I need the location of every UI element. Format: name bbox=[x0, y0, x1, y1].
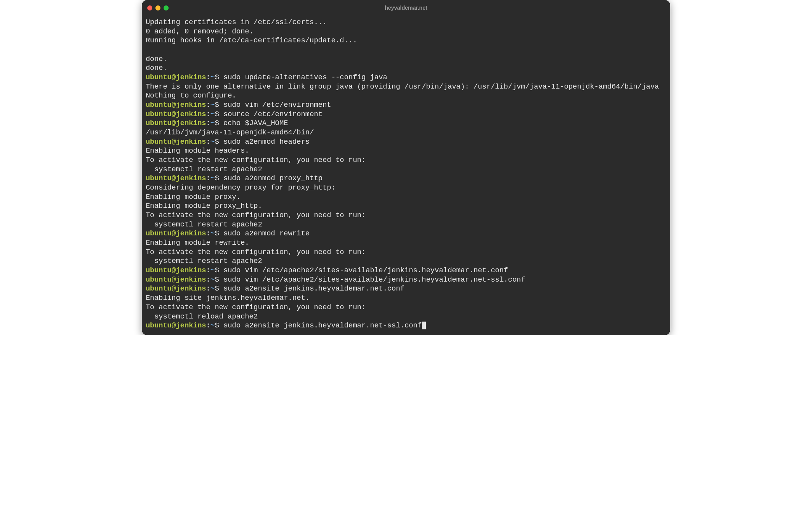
prompt-path: ~ bbox=[211, 276, 215, 284]
prompt-colon: : bbox=[206, 322, 210, 330]
prompt-colon: : bbox=[206, 230, 210, 238]
output-text: To activate the new configuration, you n… bbox=[146, 156, 366, 164]
terminal-output-line: systemctl restart apache2 bbox=[146, 220, 666, 230]
maximize-icon[interactable] bbox=[164, 5, 169, 10]
output-text: There is only one alternative in link gr… bbox=[146, 83, 659, 91]
prompt-symbol: $ bbox=[215, 138, 223, 146]
terminal-output-line: Considering dependency proxy for proxy_h… bbox=[146, 183, 666, 193]
output-text: To activate the new configuration, you n… bbox=[146, 248, 366, 256]
command-text: sudo vim /etc/environment bbox=[223, 101, 331, 109]
output-text: Running hooks in /etc/ca-certificates/up… bbox=[146, 37, 357, 45]
prompt-path: ~ bbox=[211, 174, 215, 183]
prompt-user-host: ubuntu@jenkins bbox=[146, 266, 206, 275]
prompt-symbol: $ bbox=[215, 285, 223, 293]
prompt-user-host: ubuntu@jenkins bbox=[146, 276, 206, 284]
output-text: Enabling module rewrite. bbox=[146, 239, 249, 247]
command-text: sudo a2enmod headers bbox=[223, 138, 310, 146]
terminal-output-line: done. bbox=[146, 55, 666, 64]
close-icon[interactable] bbox=[147, 5, 152, 10]
prompt-path: ~ bbox=[211, 110, 215, 118]
terminal-output-line: To activate the new configuration, you n… bbox=[146, 248, 666, 257]
output-text: Enabling site jenkins.heyvaldemar.net. bbox=[146, 294, 310, 302]
output-text: Enabling module headers. bbox=[146, 147, 249, 155]
prompt-path: ~ bbox=[211, 266, 215, 275]
terminal-output-line: Running hooks in /etc/ca-certificates/up… bbox=[146, 36, 666, 45]
terminal-command-line: ubuntu@jenkins:~$ sudo a2enmod proxy_htt… bbox=[146, 174, 666, 183]
prompt-colon: : bbox=[206, 119, 210, 127]
output-text: systemctl reload apache2 bbox=[146, 313, 258, 321]
prompt-symbol: $ bbox=[215, 101, 223, 109]
prompt-symbol: $ bbox=[215, 230, 223, 238]
prompt-user-host: ubuntu@jenkins bbox=[146, 285, 206, 293]
prompt-user-host: ubuntu@jenkins bbox=[146, 174, 206, 183]
terminal-output-line: systemctl restart apache2 bbox=[146, 257, 666, 266]
output-text: systemctl restart apache2 bbox=[146, 165, 262, 174]
command-text: sudo a2enmod rewrite bbox=[223, 230, 310, 238]
minimize-icon[interactable] bbox=[155, 5, 160, 10]
prompt-symbol: $ bbox=[215, 110, 223, 118]
prompt-symbol: $ bbox=[215, 73, 223, 82]
prompt-symbol: $ bbox=[215, 119, 223, 127]
output-text: To activate the new configuration, you n… bbox=[146, 303, 366, 311]
terminal-output-line: Enabling module proxy_http. bbox=[146, 202, 666, 211]
prompt-colon: : bbox=[206, 285, 210, 293]
prompt-user-host: ubuntu@jenkins bbox=[146, 322, 206, 330]
output-text bbox=[146, 46, 150, 54]
terminal-output-line: systemctl reload apache2 bbox=[146, 312, 666, 322]
output-text: done. bbox=[146, 55, 167, 63]
terminal-output-line: systemctl restart apache2 bbox=[146, 165, 666, 174]
command-text: sudo update-alternatives --config java bbox=[223, 73, 387, 82]
terminal-command-line: ubuntu@jenkins:~$ echo $JAVA_HOME bbox=[146, 119, 666, 128]
prompt-colon: : bbox=[206, 276, 210, 284]
prompt-colon: : bbox=[206, 138, 210, 146]
terminal-window: heyvaldemar.net Updating certificates in… bbox=[142, 0, 670, 335]
output-text: 0 added, 0 removed; done. bbox=[146, 28, 254, 36]
prompt-path: ~ bbox=[211, 285, 215, 293]
output-text: systemctl restart apache2 bbox=[146, 257, 262, 265]
terminal-output-line: Nothing to configure. bbox=[146, 91, 666, 101]
output-text: /usr/lib/jvm/java-11-openjdk-amd64/bin/ bbox=[146, 129, 314, 137]
prompt-colon: : bbox=[206, 110, 210, 118]
prompt-symbol: $ bbox=[215, 322, 223, 330]
command-text: sudo vim /etc/apache2/sites-available/je… bbox=[223, 276, 525, 284]
terminal-output-line: 0 added, 0 removed; done. bbox=[146, 27, 666, 37]
output-text: Updating certificates in /etc/ssl/certs.… bbox=[146, 18, 327, 26]
prompt-user-host: ubuntu@jenkins bbox=[146, 110, 206, 118]
prompt-path: ~ bbox=[211, 230, 215, 238]
prompt-user-host: ubuntu@jenkins bbox=[146, 73, 206, 82]
terminal-command-line: ubuntu@jenkins:~$ source /etc/environmen… bbox=[146, 110, 666, 119]
command-text: source /etc/environment bbox=[223, 110, 322, 118]
prompt-path: ~ bbox=[211, 101, 215, 109]
prompt-symbol: $ bbox=[215, 266, 223, 275]
terminal-command-line: ubuntu@jenkins:~$ sudo a2enmod rewrite bbox=[146, 229, 666, 238]
cursor-icon bbox=[422, 322, 426, 329]
prompt-path: ~ bbox=[211, 119, 215, 127]
titlebar: heyvaldemar.net bbox=[142, 0, 670, 16]
prompt-colon: : bbox=[206, 73, 210, 82]
prompt-symbol: $ bbox=[215, 174, 223, 183]
prompt-colon: : bbox=[206, 174, 210, 183]
command-text: sudo a2enmod proxy_http bbox=[223, 174, 322, 183]
output-text: Nothing to configure. bbox=[146, 92, 236, 100]
output-text: Considering dependency proxy for proxy_h… bbox=[146, 184, 335, 192]
terminal-command-line: ubuntu@jenkins:~$ sudo vim /etc/environm… bbox=[146, 101, 666, 110]
terminal-command-line: ubuntu@jenkins:~$ sudo update-alternativ… bbox=[146, 73, 666, 82]
terminal-command-line: ubuntu@jenkins:~$ sudo a2ensite jenkins.… bbox=[146, 321, 666, 331]
command-text: sudo a2ensite jenkins.heyvaldemar.net.co… bbox=[223, 285, 404, 293]
terminal-output-line: Enabling site jenkins.heyvaldemar.net. bbox=[146, 294, 666, 303]
terminal-command-line: ubuntu@jenkins:~$ sudo vim /etc/apache2/… bbox=[146, 275, 666, 285]
terminal-command-line: ubuntu@jenkins:~$ sudo a2enmod headers bbox=[146, 137, 666, 147]
command-text: sudo vim /etc/apache2/sites-available/je… bbox=[223, 266, 508, 275]
output-text: Enabling module proxy. bbox=[146, 193, 240, 201]
output-text: Enabling module proxy_http. bbox=[146, 202, 262, 210]
terminal-output-line: done. bbox=[146, 64, 666, 73]
prompt-path: ~ bbox=[211, 138, 215, 146]
prompt-colon: : bbox=[206, 266, 210, 275]
prompt-user-host: ubuntu@jenkins bbox=[146, 138, 206, 146]
terminal-output-line: Enabling module proxy. bbox=[146, 193, 666, 202]
command-text: sudo a2ensite jenkins.heyvaldemar.net-ss… bbox=[223, 322, 422, 330]
output-text: To activate the new configuration, you n… bbox=[146, 211, 366, 219]
terminal-body[interactable]: Updating certificates in /etc/ssl/certs.… bbox=[142, 16, 670, 335]
window-title: heyvaldemar.net bbox=[142, 5, 670, 11]
prompt-user-host: ubuntu@jenkins bbox=[146, 119, 206, 127]
